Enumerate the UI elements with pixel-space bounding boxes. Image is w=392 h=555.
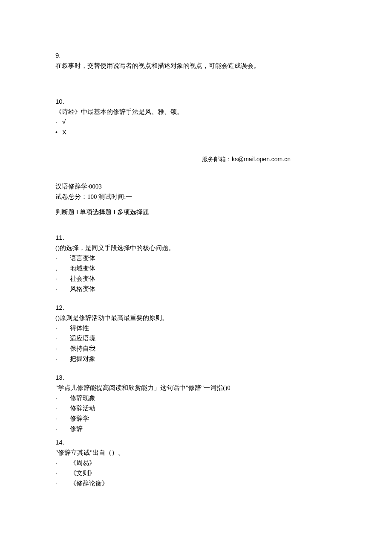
email-address: ks@mail.open.com.cn <box>232 156 291 163</box>
bullet-dot-icon: · <box>55 284 62 293</box>
bullet-dot-icon: · <box>55 458 62 468</box>
true-mark: √ <box>62 117 66 127</box>
option-label: 保持自我 <box>62 343 95 354</box>
exam-sections: 判断题 I 单项选择题 I 多项选择题 <box>55 207 337 217</box>
q11-option-c: · 社会变体 <box>55 273 337 284</box>
bullet-comma-icon: , <box>55 264 62 273</box>
spacer <box>55 202 337 207</box>
underline <box>55 163 200 164</box>
q13-text: "学点儿修辞能提高阅读和欣赏能力」这句话中"修辞"一词指()0 <box>55 383 337 393</box>
bullet-dot-icon: · <box>55 404 62 413</box>
bullet-dot-icon: · <box>55 334 62 343</box>
service-email: 服务邮箱：ks@mail.open.com.cn <box>202 154 291 164</box>
exam-header: 汉语修辞学·0003 试卷总分：100 测试时间:一 判断题 I 单项选择题 I… <box>55 181 337 217</box>
page: 9. 在叙事时，交替使用说写者的视点和描述对象的视点，可能会造成误会。 10. … <box>0 0 392 555</box>
bullet-dot-icon: · <box>55 117 62 127</box>
bullet-dot-icon: · <box>55 274 62 283</box>
q11-option-a: · 语言变体 <box>55 253 337 263</box>
option-label: 把握对象 <box>62 354 95 364</box>
q14-option-c: · 《修辞论衡》 <box>55 478 337 488</box>
q14-number: 14. <box>55 437 337 447</box>
q13-option-d: · 修辞 <box>55 424 337 434</box>
q9-number: 9. <box>55 50 337 61</box>
q13-option-c: · 修辞学 <box>55 413 337 424</box>
option-label: 适应语境 <box>62 333 95 343</box>
option-label: 修辞活动 <box>62 403 95 413</box>
exam-title: 汉语修辞学·0003 <box>55 181 337 192</box>
footer-divider: 服务邮箱：ks@mail.open.com.cn <box>55 154 337 164</box>
q10-text: 《诗经》中最基本的修辞手法是风、雅、颂。 <box>55 107 337 117</box>
bullet-dot-icon: · <box>55 344 62 353</box>
bullet-dot-icon: · <box>55 479 62 488</box>
q10-number: 10. <box>55 96 337 107</box>
bullet-dot-icon: · <box>55 393 62 403</box>
bullet-dot-icon: · <box>55 424 62 433</box>
q13-option-b: · 修辞活动 <box>55 403 337 413</box>
spacer <box>55 364 337 369</box>
bullet-dot-icon: · <box>55 468 62 478</box>
q12-option-d: · 把握对象 <box>55 354 337 364</box>
false-mark: X <box>62 127 66 137</box>
spacer <box>55 294 337 299</box>
q13-number: 13. <box>55 372 337 383</box>
q11-option-d: · 风格变体 <box>55 284 337 294</box>
spacer <box>55 71 337 93</box>
q12-option-b: · 适应语境 <box>55 333 337 343</box>
option-label: 修辞现象 <box>62 393 95 403</box>
q12-option-c: · 保持自我 <box>55 343 337 354</box>
option-label: 得体性 <box>62 323 89 333</box>
q11-number: 11. <box>55 232 337 243</box>
q12-text: ()原则是修辞活动中最高最重要的原则。 <box>55 313 337 323</box>
q10-false-option: • X <box>55 127 337 137</box>
bullet-dot-icon: · <box>55 323 62 333</box>
q10-true-option: · √ <box>55 117 337 127</box>
q12-number: 12. <box>55 302 337 313</box>
bullet-dot-icon: · <box>55 414 62 423</box>
option-label: 社会变体 <box>62 273 95 284</box>
bullet-dot-icon: • <box>55 128 62 137</box>
q9-text: 在叙事时，交替使用说写者的视点和描述对象的视点，可能会造成误会。 <box>55 61 337 71</box>
q14-text: "修辞立其诚"出自（）。 <box>55 447 337 458</box>
service-label: 服务邮箱： <box>202 156 232 163</box>
q14-option-b: · 《文则》 <box>55 468 337 478</box>
spacer <box>55 217 337 229</box>
q11-option-b: , 地域变体 <box>55 263 337 273</box>
option-label: 地域变体 <box>62 263 95 273</box>
option-label: 语言变体 <box>62 253 95 263</box>
option-label: 修辞学 <box>62 413 89 424</box>
option-label: 《周易》 <box>62 458 95 468</box>
option-label: 风格变体 <box>62 284 95 294</box>
exam-meta: 试卷总分：100 测试时间:一 <box>55 192 337 202</box>
q14-option-a: · 《周易》 <box>55 458 337 468</box>
bullet-dot-icon: · <box>55 253 62 263</box>
option-label: 《文则》 <box>62 468 95 478</box>
option-label: 《修辞论衡》 <box>62 478 108 488</box>
q12-option-a: · 得体性 <box>55 323 337 333</box>
q11-text: ()的选择，是同义手段选择中的核心问题。 <box>55 243 337 253</box>
q13-option-a: · 修辞现象 <box>55 393 337 403</box>
option-label: 修辞 <box>62 424 83 434</box>
bullet-dot-icon: · <box>55 354 62 363</box>
